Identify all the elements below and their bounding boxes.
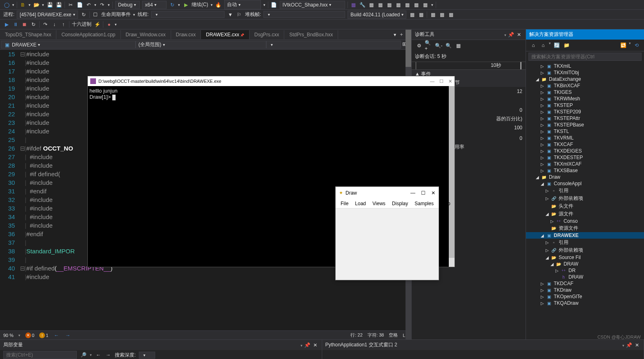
save-icon[interactable]: 💾 xyxy=(47,2,53,8)
draw-close-icon[interactable]: ✕ xyxy=(431,190,435,196)
config-dropdown[interactable]: Debug xyxy=(115,1,140,9)
tree-item[interactable]: ◢📁Draw xyxy=(526,174,644,180)
pause-icon[interactable]: ⏸ xyxy=(12,21,19,28)
col-info[interactable]: 字符: 38 xyxy=(368,332,384,338)
ext-icon-2[interactable]: 🔧 xyxy=(359,2,366,8)
diag-zoom-in-icon[interactable]: 🔍+ xyxy=(425,42,433,50)
save-all-icon[interactable]: 💾 xyxy=(56,2,62,8)
tree-item[interactable]: ◢📁DataExchange xyxy=(526,76,644,82)
console-minimize-icon[interactable]: — xyxy=(430,79,435,84)
tree-item[interactable]: ▷▣TKXmlXCAF xyxy=(526,161,644,167)
ext-icon-8[interactable]: ▦ xyxy=(413,2,420,8)
process-dropdown[interactable]: [45764] DRAWEXE.exe xyxy=(17,11,78,19)
scope-project-dropdown[interactable]: ▣ DRAWEXE xyxy=(1,41,136,49)
console-body[interactable]: helllo junjun Draw[1]> xyxy=(88,86,455,102)
hex-toggle-icon[interactable]: ⚡ xyxy=(94,21,100,28)
thread-dropdown[interactable] xyxy=(151,11,225,18)
tree-item[interactable]: ▷▣TKDCAF xyxy=(526,280,644,287)
ext-icon-4[interactable]: ▦ xyxy=(377,2,384,8)
redo-icon[interactable]: ↷ xyxy=(99,2,105,8)
scope-member-dropdown[interactable] xyxy=(266,41,401,49)
diag-zoom-out-icon[interactable]: 🔍- xyxy=(435,42,443,50)
tabs-dropdown-icon[interactable]: ▾ xyxy=(392,31,398,38)
zoom-label[interactable]: 90 % xyxy=(3,333,13,338)
sol-home-icon[interactable]: ⌂ xyxy=(529,41,537,49)
draw-menu-item[interactable]: Views xyxy=(369,200,389,207)
breakpoint-icon[interactable]: ● xyxy=(106,21,112,28)
editor-tab[interactable]: DRAWEXE.cxx xyxy=(201,30,250,39)
console-close-icon[interactable]: ✕ xyxy=(448,79,452,84)
sol-home2-icon[interactable]: ⌂ xyxy=(539,41,547,49)
editor-tab[interactable]: Draw_Window.cxx xyxy=(121,30,171,39)
tree-item[interactable]: ▷🔗外部依赖项 xyxy=(526,246,644,254)
cut-icon[interactable]: ✂ xyxy=(67,2,74,8)
refresh-icon[interactable]: ↻ xyxy=(80,11,87,18)
tree-item[interactable]: ◢📂源文件 xyxy=(526,210,644,218)
auto-dropdown[interactable]: 自动 xyxy=(224,0,261,9)
tb2-icon-2[interactable]: ▦ xyxy=(418,11,424,18)
py-dropdown-icon[interactable]: ▾ xyxy=(622,343,624,348)
locals-dropdown-icon[interactable]: ▾ xyxy=(301,343,303,348)
sol-collapse-icon[interactable]: ⟲ xyxy=(633,41,641,49)
tb2-icon-3[interactable]: ▦ xyxy=(430,11,436,18)
continue-label[interactable]: 继续(C) xyxy=(192,1,208,8)
nav-back-icon[interactable]: ◯ xyxy=(3,2,10,8)
warning-count[interactable]: !1 xyxy=(39,332,48,338)
py-pin-icon[interactable]: 📌 xyxy=(626,342,633,348)
ext-icon-3[interactable]: ▦ xyxy=(368,2,375,8)
locals-close-icon[interactable]: ✕ xyxy=(312,342,319,348)
tree-item[interactable]: ◢📂DRAW xyxy=(526,261,644,267)
tree-item[interactable]: ▷▣TKVRML xyxy=(526,135,644,141)
build-dropdown[interactable]: Build 4024.11 (Loaded xyxy=(348,11,406,19)
editor-tab[interactable]: DsgPrs.cxx xyxy=(250,30,285,39)
new-icon[interactable]: 🗎 xyxy=(20,2,26,8)
tree-item[interactable]: hDRAW xyxy=(526,274,644,280)
diag-settings-icon[interactable]: ⚙ xyxy=(415,42,423,50)
undo-icon[interactable]: ↶ xyxy=(85,2,92,8)
open-icon[interactable]: 📂 xyxy=(33,2,40,8)
editor-tab[interactable]: Draw.cxx xyxy=(171,30,201,39)
draw-menu-item[interactable]: Help xyxy=(437,200,454,207)
tree-item[interactable]: ▷▣TKXCAF xyxy=(526,141,644,148)
step-out-icon[interactable]: ↑ xyxy=(60,21,67,28)
panel-dropdown-icon[interactable]: ▾ xyxy=(504,33,506,37)
continue2-icon[interactable]: ▶ xyxy=(3,21,10,28)
tree-item[interactable]: ▷▣TKSTL xyxy=(526,128,644,135)
search-prev-icon[interactable]: ← xyxy=(95,352,102,358)
tree-item[interactable]: ▷▫引用 xyxy=(526,239,644,246)
tree-item[interactable]: ▷▣TKSTEPBase xyxy=(526,122,644,128)
restart2-icon[interactable]: ↻ xyxy=(30,21,37,28)
search-icon[interactable]: 🔎 xyxy=(80,352,87,358)
hex-label[interactable]: 十六进制 xyxy=(72,21,91,28)
tb2-icon-1[interactable]: ▦ xyxy=(409,11,415,18)
draw-maximize-icon[interactable]: ☐ xyxy=(421,190,426,196)
ext-icon-1[interactable]: ▦ xyxy=(350,2,357,8)
editor-tab[interactable]: StdPrs_BndBox.hxx xyxy=(284,30,338,39)
editor-tab[interactable]: TopoDS_TShape.hxx xyxy=(0,30,56,39)
hot-reload-icon[interactable]: 🔥 xyxy=(215,2,222,8)
locals-pin-icon[interactable]: 📌 xyxy=(304,342,310,348)
tree-item[interactable]: ▷▣TKSTEP209 xyxy=(526,109,644,115)
tree-item[interactable]: ▷🔗外部依赖项 xyxy=(526,195,644,202)
tree-item[interactable]: 📂资源文件 xyxy=(526,224,644,232)
sol-refresh-icon[interactable]: 🔁 xyxy=(619,41,627,49)
draw-menu-item[interactable]: Load xyxy=(352,200,369,207)
tree-item[interactable]: ▷▣TKXmlL xyxy=(526,63,644,69)
lifecycle-checkbox-icon[interactable]: ☐ xyxy=(92,11,99,18)
scope-scope-dropdown[interactable]: (全局范围) xyxy=(136,41,266,49)
diag-view-icon[interactable]: ▦ xyxy=(454,42,462,50)
stackframe-dropdown[interactable] xyxy=(263,11,345,18)
search-next-icon[interactable]: → xyxy=(105,352,111,358)
panel-pin-icon[interactable]: 📌 xyxy=(508,31,515,38)
nav-next-icon[interactable]: → xyxy=(65,332,71,339)
nav-prev-icon[interactable]: ← xyxy=(53,332,60,339)
console-titlebar[interactable]: D:\webgl\OCCT-master\build\win64\vc14\bi… xyxy=(88,76,455,86)
tree-item[interactable]: ▷▣TKXDEIGES xyxy=(526,148,644,154)
restart-icon[interactable]: ↻ xyxy=(169,2,176,8)
panel-close-icon[interactable]: ✕ xyxy=(516,31,522,38)
tree-item[interactable]: ▷▣TKQADraw xyxy=(526,300,644,306)
console-maximize-icon[interactable]: ☐ xyxy=(439,79,443,84)
tabs-add-icon[interactable]: ＋ xyxy=(398,31,405,38)
tree-item[interactable]: ◢▣DRAWEXE xyxy=(526,232,644,239)
tree-item[interactable]: ▷▣TKDraw xyxy=(526,287,644,293)
